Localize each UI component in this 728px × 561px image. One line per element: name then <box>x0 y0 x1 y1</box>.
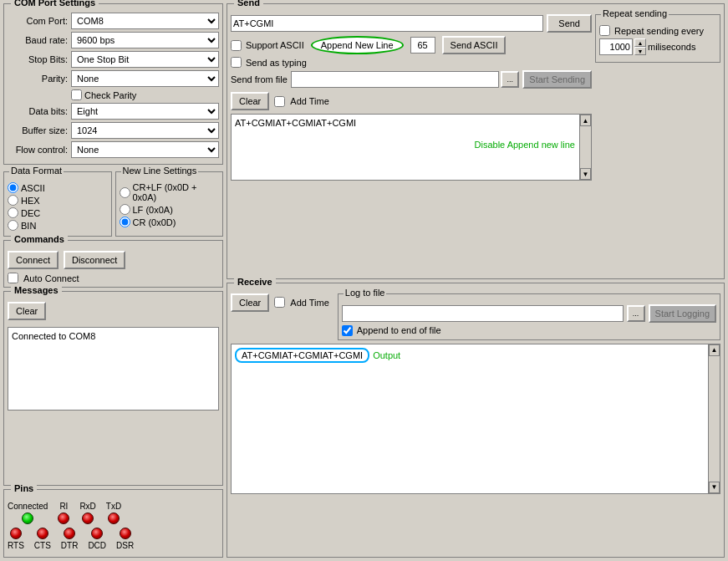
receive-output-row: AT+CGMIAT+CGMIAT+CGMI Output <box>235 348 705 363</box>
lf-radio[interactable] <box>120 204 130 215</box>
led-rts-icon <box>10 528 22 539</box>
append-new-line-button[interactable]: Append New Line <box>311 36 404 54</box>
crlf-radio[interactable] <box>120 187 130 198</box>
pins-title: Pins <box>11 483 37 493</box>
auto-connect-label: Auto Connect <box>23 273 79 283</box>
check-parity-checkbox[interactable] <box>71 89 82 100</box>
new-line-settings-title: New Line Settings <box>121 166 199 176</box>
send-scrollbar-up[interactable]: ▲ <box>580 115 591 126</box>
led-cts-icon <box>37 528 48 539</box>
receive-group: Receive Clear Add Time Log to file ... S… <box>227 283 725 558</box>
support-ascii-checkbox[interactable] <box>231 40 242 51</box>
cr-radio[interactable] <box>120 217 130 227</box>
repeat-sending-label: Repeat sending every <box>614 26 704 36</box>
messages-group: Messages Clear Connected to COM8 <box>3 291 223 486</box>
command-input[interactable] <box>231 15 543 32</box>
commands-title: Commands <box>11 234 68 244</box>
stop-bits-label: Stop Bits: <box>8 54 68 64</box>
start-sending-button[interactable]: Start Sending <box>522 70 592 89</box>
receive-scrollbar-up[interactable]: ▲ <box>709 344 720 356</box>
commands-group: Commands Connect Disconnect Auto Connect <box>3 240 223 288</box>
disable-annotation: Disable Append new line <box>475 139 575 150</box>
baud-rate-label: Baud rate: <box>8 35 68 45</box>
pin-txd: TxD <box>106 502 121 524</box>
dec-radio[interactable] <box>8 207 18 218</box>
add-time-checkbox[interactable] <box>274 96 285 107</box>
bin-radio[interactable] <box>8 220 18 231</box>
send-ascii-button[interactable]: Send ASCII <box>442 36 507 54</box>
pin-rxd: RxD <box>79 502 95 524</box>
pin-ri: RI <box>58 502 69 524</box>
flow-control-label: Flow control: <box>8 145 68 155</box>
append-to-end-checkbox[interactable] <box>342 325 353 336</box>
pin-cts: CTS <box>34 528 51 550</box>
cr-label: CR (0x0D) <box>133 217 176 227</box>
send-button[interactable]: Send <box>547 14 592 33</box>
auto-connect-checkbox[interactable] <box>8 273 18 283</box>
file-path-input[interactable] <box>291 71 499 88</box>
browse-file-button[interactable]: ... <box>501 71 519 88</box>
ascii-label: ASCII <box>21 183 45 193</box>
receive-title: Receive <box>234 277 276 287</box>
repeat-interval-input[interactable] <box>599 38 633 55</box>
pin-dtr: DTR <box>61 528 79 550</box>
receive-scrollbar-down[interactable]: ▼ <box>709 482 720 493</box>
repeat-sending-checkbox[interactable] <box>599 25 610 36</box>
data-format-group: Data Format ASCII HEX DEC BIN <box>3 171 112 237</box>
com-port-settings-title: COM Port Settings <box>11 0 99 8</box>
send-group: Send Send Support ASCII <box>227 3 725 279</box>
connect-button[interactable]: Connect <box>8 251 59 269</box>
parity-label: Parity: <box>8 74 68 84</box>
data-bits-select[interactable]: Eight <box>71 103 219 120</box>
bin-label: BIN <box>21 221 36 231</box>
pin-dcd: DCD <box>88 528 106 550</box>
led-rxd-icon <box>82 513 94 524</box>
com-port-settings: COM Port Settings Com Port: COM8 Baud ra… <box>3 3 223 165</box>
lf-label: LF (0x0A) <box>133 205 173 215</box>
hex-label: HEX <box>21 196 40 206</box>
com-port-select[interactable]: COM8 <box>71 13 219 29</box>
send-clear-button[interactable]: Clear <box>231 92 269 110</box>
ascii-value-input[interactable] <box>410 37 435 54</box>
log-to-file-group: Log to file ... Start Logging Append to … <box>338 293 720 340</box>
output-annotation: Output <box>373 350 400 360</box>
new-line-settings-group: New Line Settings CR+LF (0x0D + 0x0A) LF… <box>115 171 224 237</box>
interval-up-button[interactable]: ▲ <box>634 38 646 47</box>
pin-connected: Connected <box>8 502 48 524</box>
messages-clear-button[interactable]: Clear <box>8 302 46 320</box>
com-port-label: Com Port: <box>8 16 68 26</box>
interval-down-button[interactable]: ▼ <box>634 47 646 55</box>
baud-rate-select[interactable]: 9600 bps <box>71 32 219 48</box>
receive-clear-button[interactable]: Clear <box>231 293 269 312</box>
buffer-size-label: Buffer size: <box>8 125 68 135</box>
led-ri-icon <box>58 513 69 524</box>
pins-group: Pins Connected RI RxD TxD <box>3 489 223 558</box>
hex-radio[interactable] <box>8 195 18 206</box>
send-scrollbar-down[interactable]: ▼ <box>580 168 591 180</box>
support-ascii-label: Support ASCII <box>246 40 304 50</box>
send-title: Send <box>234 0 263 8</box>
led-connected-icon <box>22 513 33 524</box>
start-logging-button[interactable]: Start Logging <box>649 304 716 323</box>
ascii-radio[interactable] <box>8 182 18 193</box>
send-as-typing-checkbox[interactable] <box>231 57 242 68</box>
receive-add-time-checkbox[interactable] <box>274 297 285 308</box>
flow-control-select[interactable]: None <box>71 141 219 158</box>
crlf-label: CR+LF (0x0D + 0x0A) <box>133 182 220 202</box>
log-browse-button[interactable]: ... <box>627 305 645 322</box>
disconnect-button[interactable]: Disconnect <box>64 251 125 269</box>
stop-bits-select[interactable]: One Stop Bit <box>71 51 219 68</box>
receive-output-area: AT+CGMIAT+CGMIAT+CGMI Output <box>231 344 709 494</box>
log-file-input[interactable] <box>342 305 624 322</box>
messages-title: Messages <box>11 285 62 295</box>
ms-label: miliseconds <box>648 42 695 52</box>
send-from-file-label: Send from file <box>231 74 288 84</box>
buffer-size-select[interactable]: 1024 <box>71 122 219 139</box>
messages-content: Connected to COM8 <box>8 327 219 411</box>
parity-select[interactable]: None <box>71 70 219 87</box>
led-dtr-icon <box>64 528 75 539</box>
dec-label: DEC <box>21 208 40 218</box>
send-as-typing-label: Send as typing <box>246 58 307 68</box>
add-time-label: Add Time <box>290 96 328 106</box>
log-to-file-title: Log to file <box>344 288 387 298</box>
